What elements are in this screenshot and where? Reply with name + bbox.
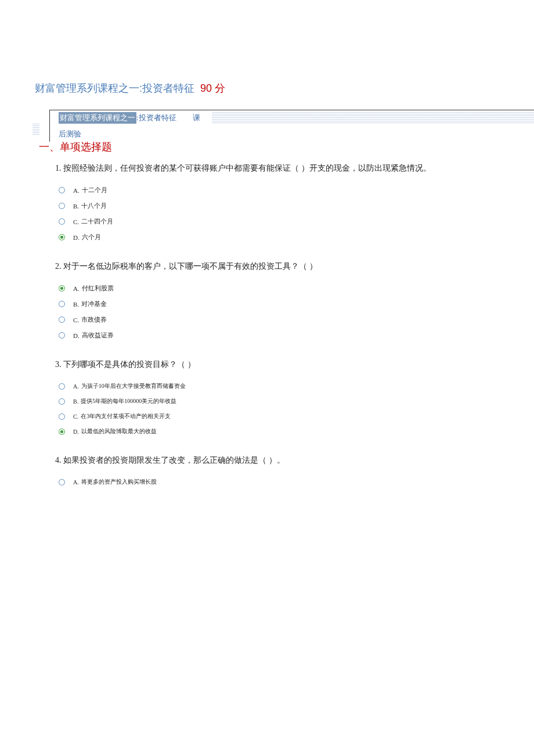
radio-icon[interactable]: [59, 203, 65, 209]
radio-icon[interactable]: [59, 218, 65, 225]
option-text: 六个月: [82, 233, 101, 242]
option-a[interactable]: A.付红利股票: [59, 284, 499, 293]
option-label: B.: [73, 203, 79, 210]
questions-list: 1. 按照经验法则，任何投资者的某个可获得账户中都需要有能保证（ ）开支的现金，…: [49, 162, 499, 486]
option-label: A.: [73, 187, 80, 194]
options-group: A.十二个月B.十八个月C.二十四个月D.六个月: [55, 186, 499, 242]
option-d[interactable]: D.高收益证券: [59, 331, 499, 340]
page-title: 财富管理系列课程之一:投资者特征 90 分: [0, 0, 534, 101]
option-a[interactable]: A.将更多的资产投入购买增长股: [59, 478, 499, 486]
radio-icon[interactable]: [59, 383, 65, 390]
option-label: B.: [73, 398, 78, 405]
option-text: 将更多的资产投入购买增长股: [81, 478, 157, 486]
question-text: 1. 按照经验法则，任何投资者的某个可获得账户中都需要有能保证（ ）开支的现金，…: [55, 162, 499, 174]
option-text: 以最低的风险博取最大的收益: [81, 427, 157, 435]
option-text: 为孩子10年后在大学接受教育而储蓄资金: [81, 382, 186, 390]
option-b[interactable]: B.十八个月: [59, 201, 499, 210]
option-a[interactable]: A.十二个月: [59, 186, 499, 195]
question-3: 3. 下列哪项不是具体的投资目标？（ ）A.为孩子10年后在大学接受教育而储蓄资…: [55, 358, 499, 435]
question-1: 1. 按照经验法则，任何投资者的某个可获得账户中都需要有能保证（ ）开支的现金，…: [55, 162, 499, 242]
subtitle-link-1[interactable]: :投资者特征: [136, 113, 176, 123]
option-label: D.: [73, 429, 79, 435]
question-4: 4. 如果投资者的投资期限发生了改变，那么正确的做法是（ ）。A.将更多的资产投…: [55, 454, 499, 486]
option-label: A.: [73, 479, 79, 485]
option-c[interactable]: C.市政债券: [59, 315, 499, 324]
radio-icon[interactable]: [59, 316, 65, 323]
section-header: 一、单项选择题: [39, 140, 112, 154]
option-c[interactable]: C.二十四个月: [59, 217, 499, 226]
subtitle-link-2[interactable]: 课: [193, 113, 200, 123]
option-label: A.: [73, 383, 79, 390]
radio-icon[interactable]: [59, 187, 65, 193]
option-text: 二十四个月: [81, 217, 113, 226]
option-text: 高收益证券: [82, 331, 114, 340]
option-label: C.: [73, 316, 79, 323]
radio-icon[interactable]: [59, 301, 65, 307]
question-text: 3. 下列哪项不是具体的投资目标？（ ）: [55, 358, 499, 370]
option-b[interactable]: B.提供5年期的每年100000美元的年收益: [59, 397, 499, 405]
option-text: 十八个月: [81, 201, 107, 210]
subtitle-box: 财富管理系列课程之一:投资者特征 课 后测验: [49, 110, 534, 142]
options-group: A.为孩子10年后在大学接受教育而储蓄资金B.提供5年期的每年100000美元的…: [55, 382, 499, 435]
option-b[interactable]: B.对冲基金: [59, 300, 499, 308]
option-label: A.: [73, 285, 80, 292]
options-group: A.将更多的资产投入购买增长股: [55, 478, 499, 486]
question-text: 2. 对于一名低边际税率的客户，以下哪一项不属于有效的投资工具？（ ）: [55, 260, 499, 272]
option-text: 提供5年期的每年100000美元的年收益: [81, 397, 176, 405]
option-a[interactable]: A.为孩子10年后在大学接受教育而储蓄资金: [59, 382, 499, 390]
option-label: D.: [73, 332, 80, 339]
option-text: 在3年内支付某项不动产的相关开支: [81, 412, 171, 420]
option-label: B.: [73, 301, 79, 308]
score: 90 分: [200, 82, 225, 94]
radio-icon[interactable]: [59, 332, 65, 339]
radio-icon[interactable]: [59, 285, 65, 291]
radio-icon[interactable]: [59, 479, 65, 485]
option-text: 市政债券: [81, 315, 107, 324]
option-text: 十二个月: [82, 186, 107, 195]
question-text: 4. 如果投资者的投资期限发生了改变，那么正确的做法是（ ）。: [55, 454, 499, 466]
subtitle-highlight: 财富管理系列课程之一: [59, 112, 136, 124]
option-d[interactable]: D.六个月: [59, 233, 499, 242]
option-c[interactable]: C.在3年内支付某项不动产的相关开支: [59, 412, 499, 420]
option-label: C.: [73, 413, 78, 420]
option-text: 对冲基金: [81, 300, 107, 308]
radio-icon[interactable]: [59, 429, 65, 435]
title-text: 财富管理系列课程之一:投资者特征: [35, 82, 194, 94]
question-2: 2. 对于一名低边际税率的客户，以下哪一项不属于有效的投资工具？（ ）A.付红利…: [55, 260, 499, 340]
radio-icon[interactable]: [59, 398, 65, 405]
options-group: A.付红利股票B.对冲基金C.市政债券D.高收益证券: [55, 284, 499, 340]
dotted-decoration-right: [212, 111, 534, 123]
option-label: D.: [73, 234, 80, 241]
option-label: C.: [73, 218, 79, 225]
dotted-decoration-left: [33, 123, 39, 135]
subtitle-row-2[interactable]: 后测验: [50, 125, 534, 142]
content-wrap: 财富管理系列课程之一:投资者特征 课 后测验 一、单项选择题 1. 按照经验法则…: [49, 110, 499, 486]
option-d[interactable]: D.以最低的风险博取最大的收益: [59, 427, 499, 435]
radio-icon[interactable]: [59, 413, 65, 420]
option-text: 付红利股票: [82, 284, 114, 293]
radio-icon[interactable]: [59, 234, 65, 240]
